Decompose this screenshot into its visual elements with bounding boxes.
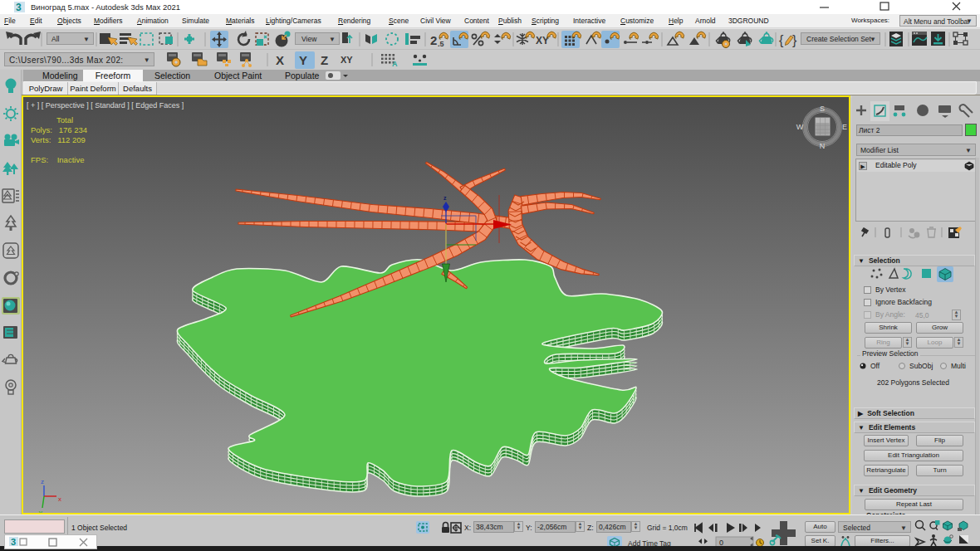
svg-text:{: { [779, 33, 784, 47]
svg-text:S: S [820, 105, 825, 113]
svg-text:3: 3 [11, 537, 16, 547]
svg-text:}: } [792, 33, 797, 47]
svg-text:XY: XY [341, 55, 353, 65]
svg-text:z: z [41, 478, 44, 485]
svg-text:x: x [58, 495, 61, 503]
svg-text:.5: .5 [438, 40, 444, 48]
svg-text:A: A [392, 60, 398, 68]
svg-text:y: y [39, 509, 42, 513]
svg-text:X: X [276, 53, 284, 67]
svg-text:Z: Z [321, 53, 328, 67]
svg-text:W: W [796, 123, 804, 131]
svg-text:3: 3 [16, 2, 22, 12]
svg-text:z: z [443, 195, 447, 201]
svg-text:E: E [842, 123, 847, 131]
svg-text:2: 2 [430, 33, 437, 47]
svg-text:Y: Y [299, 53, 307, 67]
svg-text:N: N [820, 142, 826, 150]
